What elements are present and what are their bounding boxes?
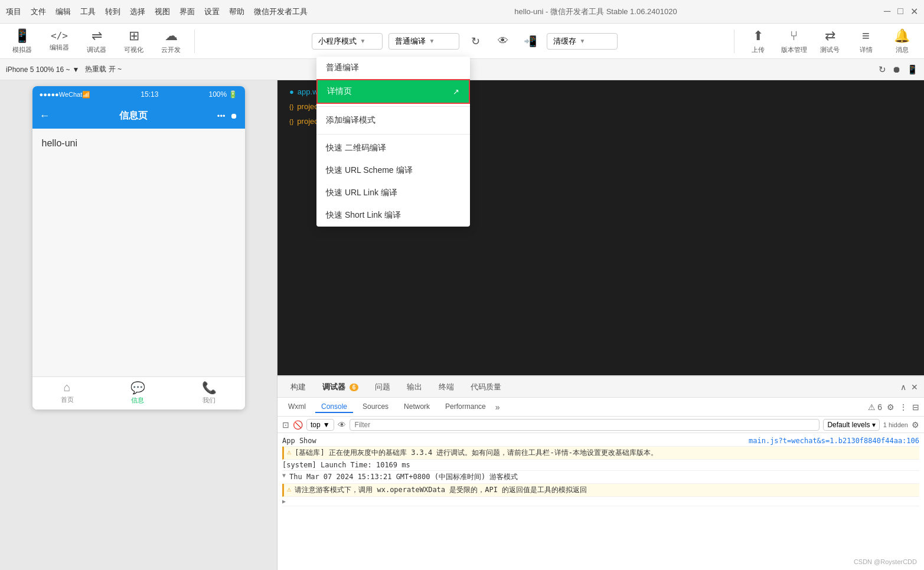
bottom-tab-controls: ∧ ✕ [900,382,918,392]
console-warn2-text: 请注意游客模式下，调用 wx.operateWXData 是受限的，API 的返… [295,485,919,495]
group-toggle-icon[interactable]: ▼ [282,472,286,479]
devtools-settings-icon[interactable]: ⚙ [887,402,894,412]
devtools-tab-console[interactable]: Console [315,401,353,413]
home-tab-label: 首页 [61,395,74,404]
device-selector[interactable]: iPhone 5 100% 16 ~ ▼ [6,65,79,74]
menu-goto[interactable]: 转到 [105,6,120,17]
nav-home-icon[interactable]: ⏺ [230,112,238,120]
filter-settings-icon[interactable]: ⚙ [912,420,919,430]
device-frame-icon[interactable]: 📱 [907,64,918,75]
compile-dropdown-menu: 普通编译 详情页 ↗ 添加编译模式 快速 二维码编译 快速 URL Scheme… [316,57,470,227]
minimize-button[interactable]: ─ [884,6,890,17]
menu-settings[interactable]: 设置 [204,6,220,17]
console-row-group: ▼ Thu Mar 07 2024 15:13:21 GMT+0800 (中国标… [282,471,919,484]
json-icon-1: {} [289,103,293,110]
tab-terminal[interactable]: 终端 [432,379,461,395]
nav-more-icon[interactable]: ••• [217,112,226,120]
visual-button[interactable]: ⊞ 可视化 [117,25,150,57]
home-tab-icon: ⌂ [63,381,70,394]
eye-icon[interactable]: 👁 [338,420,346,430]
version-label: 版本管理 [781,45,807,54]
dropdown-short-link-compile[interactable]: 快速 Short Link 编译 [316,204,470,227]
hidden-count: 1 hidden [883,421,908,428]
cloud-button[interactable]: ☁ 云开发 [155,25,187,57]
phone-time: 15:13 [141,90,158,99]
menu-file[interactable]: 文件 [31,6,46,17]
devtools-tab-performance[interactable]: Performance [439,401,492,413]
devtools-tab-wxml[interactable]: Wxml [282,401,312,413]
context-arrow-icon: ▼ [323,421,330,429]
dropdown-detail-page[interactable]: 详情页 ↗ [316,79,470,104]
context-label: top [311,421,321,429]
menu-bar[interactable]: 项目 文件 编辑 工具 转到 选择 视图 界面 设置 帮助 微信开发者工具 [6,6,308,17]
code-quality-tab-label: 代码质量 [471,382,501,391]
refresh-sim-icon[interactable]: ↻ [879,64,886,75]
console-group-text: Thu Mar 07 2024 15:13:21 GMT+0800 (中国标准时… [289,472,919,482]
testid-button[interactable]: ⇄ 测试号 [814,25,846,57]
menu-interface[interactable]: 界面 [179,6,195,17]
toolbar-right: ⬆ 上传 ⑂ 版本管理 ⇄ 测试号 ≡ 详情 🔔 消息 [742,25,918,57]
toolbar-divider-1 [194,30,195,53]
menu-select[interactable]: 选择 [130,6,145,17]
phone-frame: ●●●●●WeChat📶 15:13 100% 🔋 ← 信息页 ••• ⏺ he… [32,86,245,410]
debugger-label: 调试器 [87,45,106,54]
menu-edit[interactable]: 编辑 [55,6,71,17]
window-title: hello-uni - 微信开发者工具 Stable 1.06.2401020 [319,6,872,17]
compile-select[interactable]: 普通编译 ▼ [388,33,459,50]
phone-tab-home[interactable]: ⌂ 首页 [61,381,74,406]
upload-button[interactable]: ⬆ 上传 [742,25,774,57]
phone-debug-button[interactable]: 📲 [520,31,541,52]
window-controls[interactable]: ─ □ ✕ [884,6,918,17]
menu-view[interactable]: 视图 [155,6,170,17]
mode-select[interactable]: 小程序模式 ▼ [312,33,383,50]
wxss-icon: ● [289,87,294,96]
dropdown-normal-compile[interactable]: 普通编译 [316,57,470,79]
menu-tool[interactable]: 工具 [80,6,96,17]
tab-code-quality[interactable]: 代码质量 [463,379,508,395]
hot-reload-toggle[interactable]: 热重载 开 ~ [85,64,122,74]
dropdown-qrcode-compile[interactable]: 快速 二维码编译 [316,137,470,159]
dropdown-url-link-compile[interactable]: 快速 URL Link 编译 [316,182,470,204]
console-row-warn1: ⚠ [基础库] 正在使用灰度中的基础库 3.3.4 进行调试。如有问题，请前往工… [282,447,919,460]
close-button[interactable]: ✕ [910,6,918,17]
maximize-button[interactable]: □ [897,6,903,17]
phone-tab-info[interactable]: 💬 信息 [130,381,145,406]
more-toggle-icon[interactable]: ▶ [282,498,286,505]
devtools-tab-sources[interactable]: Sources [357,401,394,413]
cache-btn[interactable]: 清缓存 ▼ [547,33,618,50]
tab-build[interactable]: 构建 [283,379,313,395]
dropdown-url-scheme-compile[interactable]: 快速 URL Scheme 编译 [316,159,470,182]
dropdown-add-mode[interactable]: 添加编译模式 [316,109,470,132]
context-select[interactable]: top ▼ [306,419,334,431]
upload-label: 上传 [752,45,765,54]
menu-project[interactable]: 项目 [6,6,21,17]
phone-tab-us[interactable]: 📞 我们 [202,381,217,406]
details-button[interactable]: ≡ 详情 [850,25,882,57]
refresh-button[interactable]: ↻ [465,31,487,52]
simulator-button[interactable]: 📱 模拟器 [6,25,38,57]
devtools-more-options-icon[interactable]: ⋮ [899,402,907,412]
devtools-tab-network[interactable]: Network [398,401,436,413]
version-button[interactable]: ⑂ 版本管理 [778,25,810,57]
nav-back-icon[interactable]: ← [40,110,50,122]
devtools-dock-icon[interactable]: ⊟ [912,402,919,412]
tab-debugger[interactable]: 调试器 6 [315,379,365,395]
tab-output[interactable]: 输出 [400,379,429,395]
debugger-button[interactable]: ⇌ 调试器 [80,25,113,57]
tab-issues[interactable]: 问题 [368,379,397,395]
inspect-icon[interactable]: ⊡ [282,420,289,430]
menu-help[interactable]: 帮助 [229,6,244,17]
menu-devtools[interactable]: 微信开发者工具 [254,6,308,17]
block-icon[interactable]: 🚫 [293,420,303,430]
phone-tab-bar[interactable]: ⌂ 首页 💬 信息 📞 我们 [32,376,245,410]
devtools-more-icon[interactable]: » [495,402,500,412]
message-button[interactable]: 🔔 消息 [886,25,918,57]
console-appshow-link[interactable]: main.js?t=wechat&s=1.b2130f8840f44aa:106 [749,437,919,445]
console-filter-input[interactable] [350,419,820,431]
expand-icon[interactable]: ∧ [900,382,906,392]
editor-button[interactable]: </> 编辑器 [43,25,76,57]
preview-button[interactable]: 👁 [492,31,514,52]
record-icon[interactable]: ⏺ [892,64,901,74]
log-level-select[interactable]: Default levels ▾ [823,419,879,431]
close-bottom-icon[interactable]: ✕ [911,382,918,392]
